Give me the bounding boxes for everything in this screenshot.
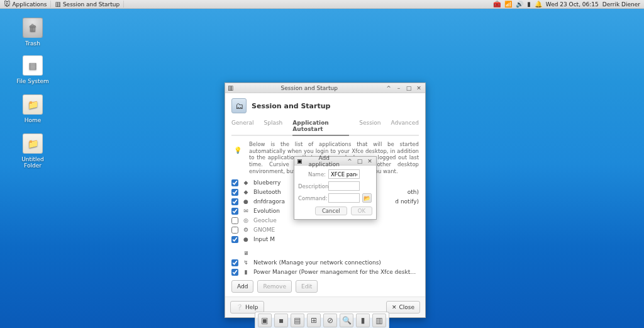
dock-item-4[interactable]: ⊘ xyxy=(323,314,337,327)
task-title: Session and Startup xyxy=(63,1,119,8)
tab-general[interactable]: General xyxy=(231,118,253,132)
app-icon: ✉ xyxy=(242,207,250,215)
desktop-icon-label: File System xyxy=(13,78,53,84)
close-dialog-button[interactable]: ✕ Close xyxy=(386,301,420,314)
desktop-icon-label: Home xyxy=(13,117,53,123)
desktop-icon-label: Untitled Folder xyxy=(13,156,53,169)
tab-splash[interactable]: Splash xyxy=(264,118,282,132)
desktop-icon-file-system[interactable]: ▤File System xyxy=(13,55,53,84)
autostart-label: Network (Manage your network connections… xyxy=(253,259,381,266)
autostart-row[interactable]: ⚙GNOME xyxy=(231,225,419,234)
autostart-label: blueberry xyxy=(253,179,280,186)
tab-session[interactable]: Session xyxy=(359,118,380,132)
app-icon: ▮ xyxy=(242,268,250,276)
app-icon: ◆ xyxy=(242,188,250,196)
applications-menu-label: Applications xyxy=(12,1,47,8)
autostart-label: Geoclue xyxy=(253,217,277,223)
applications-menu[interactable]: 🐭 Applications xyxy=(0,1,50,8)
autostart-checkbox[interactable] xyxy=(231,269,238,276)
session-icon: 🗂 xyxy=(231,98,247,113)
autostart-suffix: oth) xyxy=(408,189,419,195)
autostart-label: Power Manager (Power management for the … xyxy=(253,269,419,275)
shade-button[interactable]: ^ xyxy=(385,85,392,91)
command-label: Command: xyxy=(298,195,326,201)
dock-item-5[interactable]: 🔍 xyxy=(340,314,353,327)
user-label[interactable]: Derrik Diener xyxy=(602,1,640,8)
autostart-label: Input M xyxy=(253,236,275,242)
remove-button[interactable]: Remove xyxy=(257,280,292,293)
autostart-row[interactable]: ●Input M xyxy=(231,235,419,244)
desktop-icon-label: Trash xyxy=(13,40,53,47)
notify-icon[interactable]: 🔔 xyxy=(535,1,542,8)
autostart-checkbox[interactable] xyxy=(231,179,238,186)
subdlg-shade[interactable]: ^ xyxy=(346,158,353,164)
tab-advanced[interactable]: Advanced xyxy=(391,118,419,132)
clock[interactable]: Wed 23 Oct, 06:15 xyxy=(546,1,599,8)
update-icon[interactable]: 🧰 xyxy=(493,1,501,8)
lightbulb-icon: 💡 xyxy=(231,141,244,159)
dock-item-6[interactable]: ▮ xyxy=(356,314,370,327)
window-heading: Session and Startup xyxy=(252,102,330,110)
cancel-button[interactable]: Cancel xyxy=(315,206,347,215)
volume-icon[interactable]: 🔊 xyxy=(516,1,523,8)
help-icon: ❔ xyxy=(236,304,243,310)
dock-item-2[interactable]: ▤ xyxy=(291,314,304,327)
close-icon: ✕ xyxy=(392,304,397,310)
window-title: Session and Startup xyxy=(236,85,382,91)
taskbar-item-session[interactable]: ▥ Session and Startup xyxy=(50,1,124,8)
autostart-label: Bluetooth xyxy=(253,189,281,195)
desktop-icon-home[interactable]: 📁Home xyxy=(13,94,53,123)
edit-button[interactable]: Edit xyxy=(296,280,318,293)
autostart-row[interactable]: ▮Power Manager (Power management for the… xyxy=(231,268,419,276)
minimize-button[interactable]: – xyxy=(395,85,402,91)
subdlg-max[interactable]: □ xyxy=(356,158,364,164)
add-application-dialog: ▣ Add application ^ □ ✕ Name: Descriptio… xyxy=(294,156,377,220)
folder-icon: 📁 xyxy=(23,94,43,115)
dock-item-7[interactable]: ▥ xyxy=(372,314,386,327)
dock-item-1[interactable]: ▪ xyxy=(274,314,288,327)
close-button[interactable]: ✕ xyxy=(415,85,423,91)
description-label: Description: xyxy=(298,183,326,189)
add-button[interactable]: Add xyxy=(231,280,253,293)
autostart-row[interactable]: ↯Network (Manage your network connection… xyxy=(231,258,419,267)
window-app-icon: ▥ xyxy=(228,84,233,91)
app-icon: ↯ xyxy=(242,259,250,266)
autostart-label: dnfdragora xyxy=(253,198,285,205)
tab-application-autostart[interactable]: Application Autostart xyxy=(292,118,349,136)
desktop-icon-untitled-folder[interactable]: 📁Untitled Folder xyxy=(13,133,53,169)
autostart-checkbox[interactable] xyxy=(231,198,238,205)
app-icon: ◎ xyxy=(242,217,250,224)
dock-item-0[interactable]: ▣ xyxy=(258,314,272,327)
command-input[interactable] xyxy=(328,193,360,203)
subdlg-icon: ▣ xyxy=(297,158,303,164)
name-input[interactable] xyxy=(328,169,360,179)
ok-button[interactable]: OK xyxy=(351,206,372,215)
top-panel: 🐭 Applications ▥ Session and Startup 🧰 📶… xyxy=(0,0,644,9)
autostart-checkbox[interactable] xyxy=(231,189,238,196)
network-icon[interactable]: 📶 xyxy=(504,1,512,8)
desktop-icon-trash[interactable]: 🗑Trash xyxy=(13,18,53,47)
subdlg-titlebar[interactable]: ▣ Add application ^ □ ✕ xyxy=(294,157,376,166)
autostart-suffix: d notify) xyxy=(395,198,419,205)
autostart-checkbox[interactable] xyxy=(231,259,238,266)
autostart-label: GNOME xyxy=(253,227,275,233)
maximize-button[interactable]: □ xyxy=(405,85,413,91)
battery-icon[interactable]: ▮ xyxy=(527,1,531,8)
page-icon: ▤ xyxy=(23,55,43,76)
browse-button[interactable]: 📂 xyxy=(362,193,372,203)
autostart-checkbox[interactable] xyxy=(231,227,238,234)
autostart-label: Evolution xyxy=(253,208,280,214)
subdlg-close[interactable]: ✕ xyxy=(366,158,374,164)
dock-item-3[interactable]: ⊞ xyxy=(307,314,321,327)
autostart-checkbox[interactable] xyxy=(231,208,238,215)
titlebar[interactable]: ▥ Session and Startup ^ – □ ✕ xyxy=(225,83,425,93)
app-icon: ● xyxy=(242,198,250,205)
description-input[interactable] xyxy=(328,181,360,191)
mouse-icon: 🐭 xyxy=(4,1,10,8)
bin-icon: 🗑 xyxy=(23,18,43,38)
autostart-checkbox[interactable] xyxy=(231,236,238,243)
window-icon: ▥ xyxy=(55,1,60,8)
autostart-checkbox[interactable] xyxy=(231,217,238,224)
subdlg-title: Add application xyxy=(305,155,343,167)
bottom-dock: ▣▪▤⊞⊘🔍▮▥ xyxy=(255,312,389,328)
